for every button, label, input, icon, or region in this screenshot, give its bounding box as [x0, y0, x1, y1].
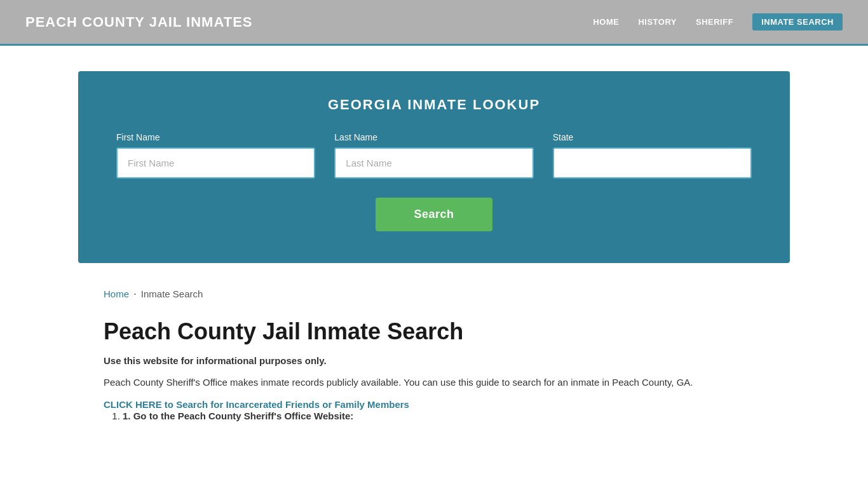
search-widget: GEORGIA INMATE LOOKUP First Name Last Na…: [78, 71, 790, 263]
first-name-input[interactable]: [116, 147, 315, 179]
breadcrumb: Home • Inmate Search: [104, 288, 764, 299]
site-header: PEACH COUNTY JAIL INMATES HOME HISTORY S…: [0, 0, 868, 46]
search-button[interactable]: Search: [376, 198, 492, 231]
first-name-group: First Name: [116, 132, 315, 179]
first-name-label: First Name: [116, 132, 315, 142]
main-content: Home • Inmate Search Peach County Jail I…: [78, 288, 790, 451]
breadcrumb-separator: •: [134, 291, 136, 297]
steps-list: 1. Go to the Peach County Sheriff's Offi…: [123, 410, 764, 421]
nav-sheriff[interactable]: SHERIFF: [696, 17, 733, 27]
breadcrumb-current: Inmate Search: [141, 288, 203, 299]
form-fields: First Name Last Name State Georgia: [116, 132, 752, 179]
breadcrumb-home-link[interactable]: Home: [104, 288, 129, 299]
info-body: Peach County Sheriff's Office makes inma…: [104, 375, 764, 390]
main-nav: HOME HISTORY SHERIFF INMATE SEARCH: [593, 13, 843, 30]
last-name-input[interactable]: [334, 147, 533, 179]
page-title: Peach County Jail Inmate Search: [104, 318, 764, 345]
search-widget-title: GEORGIA INMATE LOOKUP: [116, 97, 752, 113]
step-1-heading: 1. Go to the Peach County Sheriff's Offi…: [123, 410, 353, 421]
site-title: PEACH COUNTY JAIL INMATES: [25, 14, 252, 30]
click-here-link[interactable]: CLICK HERE to Search for Incarcerated Fr…: [104, 399, 409, 410]
nav-history[interactable]: HISTORY: [638, 17, 677, 27]
state-group: State Georgia: [553, 132, 752, 179]
nav-inmate-search[interactable]: INMATE SEARCH: [752, 13, 843, 30]
step-1: 1. Go to the Peach County Sheriff's Offi…: [123, 410, 764, 421]
nav-home[interactable]: HOME: [593, 17, 619, 27]
state-label: State: [553, 132, 752, 142]
state-input[interactable]: Georgia: [553, 147, 752, 179]
search-form: First Name Last Name State Georgia Searc…: [116, 132, 752, 231]
last-name-label: Last Name: [334, 132, 533, 142]
info-bold: Use this website for informational purpo…: [104, 355, 764, 366]
last-name-group: Last Name: [334, 132, 533, 179]
